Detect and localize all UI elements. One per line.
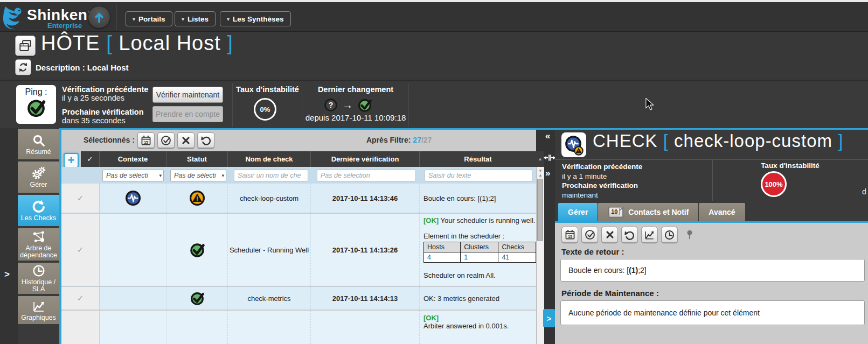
scroll-top-button[interactable] [88, 6, 110, 29]
pin-button[interactable] [681, 227, 698, 243]
acknowledge-button[interactable]: Prendre en compte [152, 106, 223, 122]
fix-checks-button[interactable] [177, 132, 195, 148]
gears-icon [31, 166, 46, 180]
and-operator: & [228, 4, 233, 12]
schedule-downtime-button[interactable] [137, 132, 155, 148]
bracket-close: ] [838, 131, 843, 151]
page-title: HÔTE [ Local Host ] [41, 32, 233, 55]
unknown-status-icon [323, 97, 338, 113]
row-select-cell[interactable]: ✓ [61, 184, 100, 213]
contexte-cell [100, 311, 166, 344]
detail-check-timing: Vérification précédente il y a 1 minute … [562, 162, 642, 200]
mouse-cursor [645, 98, 654, 110]
result-filter-input[interactable] [425, 170, 532, 181]
sidebar-item-gerer[interactable]: Gérer [18, 162, 59, 194]
sidebar-item-resume[interactable]: Résumé [18, 129, 59, 160]
tab-avance[interactable]: Avancé [699, 203, 745, 221]
filter-current: 27 [413, 136, 421, 144]
check-now-button[interactable]: Vérifier maintenant [152, 87, 223, 103]
graph-button[interactable] [641, 227, 658, 243]
check-row-scheduler-running-well[interactable]: ✓ Scheduler - Running Well 2017-10-11 14… [61, 214, 536, 286]
sidebar-item-historique-sla[interactable]: Historique / SLA [18, 263, 59, 295]
expand-detail-button[interactable]: > [543, 309, 555, 327]
check-name-filter-input[interactable] [234, 170, 308, 181]
ok-badge: [OK] [423, 314, 536, 322]
check-name-cell: check-metrics [228, 287, 311, 310]
row-select-cell[interactable]: ✓ [61, 287, 100, 310]
menu-label: Les Synthèses [233, 15, 284, 23]
maintenance-period-label: Période de Maintenance : [561, 289, 659, 298]
history-button[interactable] [661, 227, 678, 243]
menu-portails[interactable]: ▾ Portails [126, 11, 172, 26]
statut-cell [166, 287, 228, 310]
recheck-button[interactable] [621, 227, 638, 243]
scheduler-col-checks: Checks [498, 242, 536, 252]
expand-left-panel-arrow[interactable]: > [4, 269, 10, 280]
ping-status-box: Ping : [16, 85, 56, 124]
acknowledge-button[interactable] [581, 227, 598, 243]
resize-horizontal-icon[interactable] [543, 151, 556, 164]
column-statut[interactable]: Statut [166, 151, 228, 167]
caret-down-icon: ▾ [227, 16, 230, 22]
envelope-icon: 10 [608, 206, 624, 218]
shinken-app: Shinken™ Enterprise ▾ Portails ▾ Listes … [0, 0, 868, 344]
menu-listes[interactable]: ▾ Listes [175, 11, 216, 26]
check-row-check-loop-custom[interactable]: ✓ check-loop-custom 2017-10-11 14:13:46 … [61, 184, 536, 213]
maintenance-period-box: Aucune période de maintenance définie po… [560, 300, 865, 325]
refresh-button[interactable] [15, 59, 31, 75]
column-derniere-verification[interactable]: Dernière vérification [311, 151, 420, 167]
column-nom-de-check[interactable]: Nom de check [228, 151, 311, 167]
menu-label: Portails [138, 15, 165, 23]
sidebar-item-graphiques[interactable]: Graphiques [18, 296, 59, 325]
host-windows-button[interactable] [15, 36, 36, 56]
shinken-logo-icon [2, 5, 26, 30]
check-name-cell: Scheduler - Running Well [228, 214, 311, 286]
ok-status-icon [189, 241, 206, 258]
last-change-transition: → [323, 97, 373, 113]
detail-toolbar [561, 227, 698, 243]
scheduler-col-hosts: Hosts [424, 242, 461, 252]
and-operator: & [311, 4, 316, 12]
result-detail: [OK] Your scheduler is running well. Ele… [423, 216, 536, 279]
calendar-icon [564, 229, 576, 241]
statut-filter-select[interactable]: Pas de sélecti ▾ [170, 170, 226, 181]
column-contexte[interactable]: Contexte [100, 151, 166, 167]
column-resultat[interactable]: Résultat [420, 151, 536, 167]
check-row-partial[interactable]: [OK] Arbiter answered in 0.001s. Connect… [61, 311, 536, 344]
check-mark-icon: ✓ [77, 293, 84, 303]
add-check-button[interactable]: + [64, 153, 79, 168]
contexte-cell [100, 214, 166, 286]
fix-button[interactable] [601, 227, 618, 243]
pin-icon [684, 229, 696, 241]
menu-les-syntheses[interactable]: ▾ Les Synthèses [220, 11, 291, 26]
expand-panel-button[interactable]: » [545, 168, 550, 179]
brand-edition: Enterprise [47, 22, 82, 30]
contexte-filter-select[interactable]: Pas de sélecti ▾ [102, 170, 164, 181]
sidebar-item-les-checks[interactable]: Les Checks [18, 195, 59, 227]
scroll-up-arrow[interactable]: ▲ [537, 173, 544, 178]
row-select-cell[interactable] [61, 311, 100, 344]
schedule-downtime-button[interactable] [561, 227, 578, 243]
select-all-header[interactable]: ✓ [81, 151, 100, 167]
acknowledge-checks-button[interactable] [157, 132, 175, 148]
left-edge-strip [0, 128, 18, 344]
refresh-icon [18, 62, 29, 73]
selected-label: Sélectionnés : 0 [84, 136, 141, 144]
collapse-panel-button[interactable]: « [545, 131, 550, 142]
tab-gerer[interactable]: Gérer [558, 203, 598, 221]
flapping-value-badge: 0% [254, 98, 276, 121]
topbar: Shinken™ Enterprise ▾ Portails ▾ Listes … [0, 2, 868, 32]
return-text-label: Texte de retour : [561, 247, 624, 256]
recheck-button[interactable] [197, 132, 214, 148]
check-mark-icon: ✓ [77, 193, 84, 203]
scrollbar-thumb[interactable] [537, 179, 543, 241]
check-row-check-metrics[interactable]: ✓ check-metrics 2017-10-11 14:14:13 OK: … [61, 287, 536, 310]
checks-table-header: ✓ Contexte Statut Nom de check Dernière … [81, 151, 544, 167]
last-check-filter-input[interactable] [317, 170, 416, 181]
tab-contacts-et-notif[interactable]: 10 Contacts et Notif [598, 203, 698, 221]
prev-check-value: il y a 25 secondes [62, 94, 148, 102]
line-chart-icon [644, 229, 655, 241]
row-select-cell[interactable]: ✓ [61, 214, 100, 286]
statut-cell [166, 214, 228, 286]
sidebar-item-arbre-dependance[interactable]: Arbre de dépendance [18, 228, 59, 262]
